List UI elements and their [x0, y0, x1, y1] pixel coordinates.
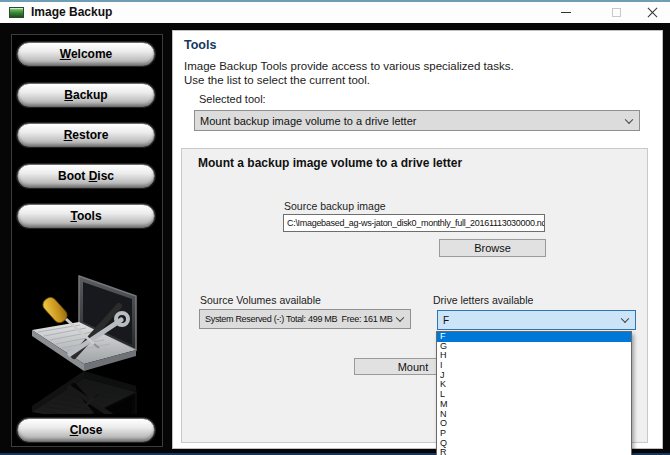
source-backup-image-value: C:\Imagebased_ag-ws-jaton_disk0_monthly_… [287, 218, 545, 228]
drive-letter-option-H[interactable]: H [437, 351, 631, 361]
minimize-icon [561, 12, 571, 13]
page-title: Tools [184, 38, 216, 52]
window-title: Image Backup [31, 5, 112, 19]
drive-letter-option-Q[interactable]: Q [437, 439, 631, 449]
description-line2: Use the list to select the current tool. [184, 74, 370, 86]
browse-button[interactable]: Browse [439, 239, 546, 257]
drive-letter-option-J[interactable]: J [437, 371, 631, 381]
drive-letter-option-O[interactable]: O [437, 419, 631, 429]
description-line1: Image Backup Tools provide access to var… [184, 60, 514, 72]
source-volumes-combobox[interactable]: System Reserved (-:) Total: 499 MB Free:… [199, 309, 411, 329]
app-window: Image Backup WelcomeBackupRestoreBoot Di… [0, 0, 670, 455]
drive-letters-combobox[interactable]: F [437, 310, 636, 330]
sidebar-button-backup[interactable]: Backup [17, 83, 155, 107]
drive-letter-option-R[interactable]: R [437, 448, 631, 455]
source-volumes-value: System Reserved (-:) Total: 499 MB Free:… [205, 314, 393, 324]
maximize-button [598, 2, 634, 23]
sidebar-button-welcome[interactable]: Welcome [17, 42, 155, 66]
sidebar-button-boot-disc[interactable]: Boot Disc [17, 164, 155, 188]
source-backup-image-input[interactable]: C:\Imagebased_ag-ws-jaton_disk0_monthly_… [283, 214, 545, 232]
drive-letters-label: Drive letters available [433, 294, 533, 306]
selected-tool-label: Selected tool: [199, 93, 266, 105]
chevron-down-icon [621, 315, 629, 323]
drive-letter-option-P[interactable]: P [437, 429, 631, 439]
drive-letter-option-G[interactable]: G [437, 342, 631, 352]
drive-letter-option-M[interactable]: M [437, 400, 631, 410]
drive-letter-option-N[interactable]: N [437, 410, 631, 420]
app-icon [9, 7, 24, 18]
drive-letter-option-I[interactable]: I [437, 361, 631, 371]
drive-letter-option-L[interactable]: L [437, 390, 631, 400]
source-volumes-label: Source Volumes available [200, 294, 321, 306]
selected-tool-combobox[interactable]: Mount backup image volume to a drive let… [194, 110, 640, 131]
sidebar-button-restore[interactable]: Restore [17, 123, 155, 147]
drive-letter-option-K[interactable]: K [437, 380, 631, 390]
maximize-icon [612, 8, 621, 17]
chevron-down-icon [396, 314, 404, 322]
sidebar-button-close[interactable]: Close [17, 418, 155, 442]
sidebar-button-tools[interactable]: Tools [17, 204, 155, 228]
drive-letter-option-F[interactable]: F [437, 332, 631, 342]
drive-letter-list: FGHIJKLMNOPQR [436, 331, 632, 455]
drive-letter-selected-value: F [443, 315, 449, 326]
source-backup-image-label: Source backup image [284, 200, 386, 212]
titlebar: Image Backup [0, 2, 670, 23]
selected-tool-value: Mount backup image volume to a drive let… [200, 115, 416, 127]
close-icon [647, 7, 658, 18]
minimize-button[interactable] [548, 2, 584, 23]
close-window-button[interactable] [634, 2, 670, 23]
chevron-down-icon [625, 115, 633, 123]
groupbox-title: Mount a backup image volume to a drive l… [198, 156, 462, 170]
laptop-tools-image [22, 264, 152, 414]
